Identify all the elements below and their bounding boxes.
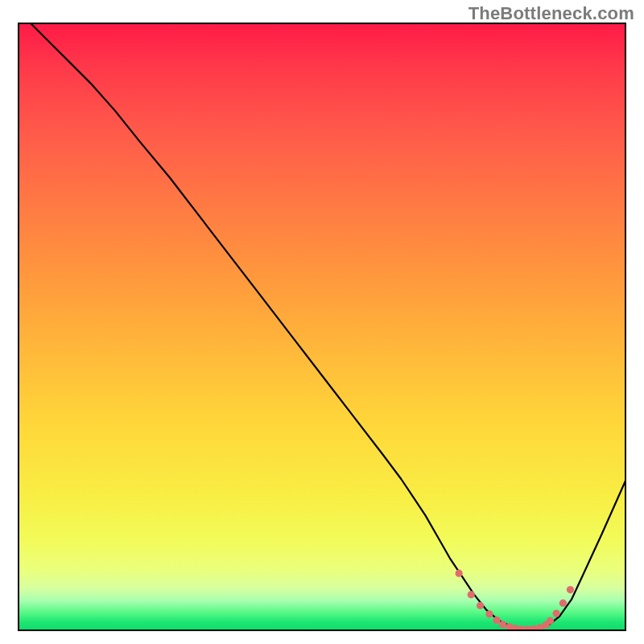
bottleneck-curve xyxy=(30,23,626,630)
optimal-marker xyxy=(477,602,484,609)
optimal-marker xyxy=(567,586,574,593)
curve-layer xyxy=(18,23,626,631)
optimal-marker xyxy=(485,610,493,617)
bottleneck-chart xyxy=(18,23,626,631)
optimal-marker xyxy=(468,591,475,598)
optimal-marker xyxy=(547,617,554,625)
optimal-marker xyxy=(493,617,500,624)
optimal-range-markers xyxy=(456,570,575,631)
optimal-marker xyxy=(559,600,567,607)
optimal-marker xyxy=(456,570,463,577)
optimal-marker xyxy=(499,621,506,628)
optimal-marker xyxy=(552,609,559,617)
attribution-text: TheBottleneck.com xyxy=(469,3,634,24)
